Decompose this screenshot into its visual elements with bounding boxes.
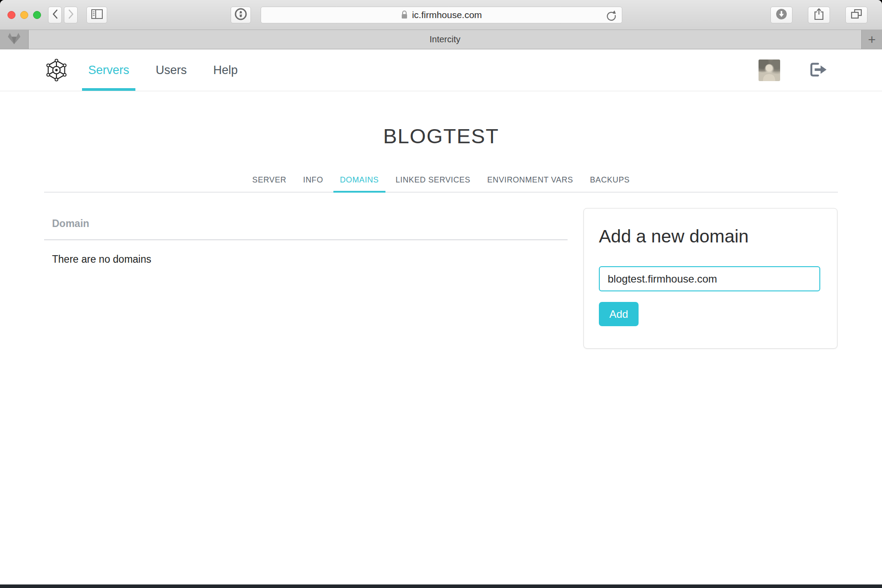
tab-info[interactable]: INFO (295, 175, 331, 192)
active-browser-tab[interactable]: Intercity (29, 30, 861, 49)
browser-toolbar: ic.firmhouse.com (0, 0, 882, 30)
minimize-window-button[interactable] (20, 11, 28, 19)
tabs-overview-icon (850, 8, 863, 22)
domains-list-section: Domain There are no domains (44, 193, 568, 265)
tab-title: Intercity (430, 34, 460, 45)
back-button[interactable] (48, 7, 62, 23)
toolbar-right-group (770, 7, 867, 23)
domains-divider (44, 239, 568, 240)
chevron-left-icon (52, 9, 58, 20)
new-tab-button[interactable]: + (861, 30, 882, 49)
pinned-tab-gitlab[interactable] (0, 30, 29, 49)
app-navbar: Servers Users Help (0, 49, 882, 91)
server-tabs: SERVER INFO DOMAINS LINKED SERVICES ENVI… (44, 175, 838, 193)
nav-item-label: Servers (88, 63, 129, 77)
nav-item-label: Help (213, 63, 238, 77)
sidebar-toggle-button[interactable] (86, 7, 107, 23)
window-controls (7, 11, 41, 19)
tab-server[interactable]: SERVER (244, 175, 295, 192)
url-text: ic.firmhouse.com (412, 10, 482, 20)
user-avatar[interactable] (759, 60, 780, 81)
nav-item-help[interactable]: Help (207, 49, 244, 91)
reload-button[interactable] (605, 9, 617, 23)
intercity-logo-icon[interactable] (44, 57, 69, 83)
lock-icon (401, 10, 408, 19)
domains-column-header: Domain (44, 218, 568, 230)
forward-button[interactable] (64, 7, 78, 23)
logout-button[interactable] (809, 62, 828, 79)
add-domain-button[interactable]: Add (599, 302, 639, 326)
page-title: BLOGTEST (0, 124, 882, 148)
zoom-window-button[interactable] (33, 11, 41, 19)
onepassword-extension-button[interactable] (231, 7, 251, 23)
close-window-button[interactable] (7, 11, 15, 19)
onepassword-icon (234, 7, 247, 22)
add-domain-title: Add a new domain (599, 226, 820, 247)
tab-environment-vars[interactable]: ENVIRONMENT VARS (479, 175, 582, 192)
tab-bar: Intercity + (0, 30, 882, 49)
share-icon (812, 7, 826, 22)
sign-out-icon (809, 62, 828, 79)
plus-icon: + (868, 32, 876, 47)
gitlab-tanuki-icon (7, 32, 21, 47)
domains-empty-message: There are no domains (44, 253, 568, 265)
nav-item-label: Users (156, 63, 187, 77)
domain-input[interactable] (599, 266, 820, 291)
download-icon (775, 8, 788, 22)
show-all-tabs-button[interactable] (845, 7, 867, 23)
tab-domains[interactable]: DOMAINS (332, 175, 387, 192)
share-button[interactable] (808, 7, 830, 23)
add-domain-card: Add a new domain Add (583, 208, 837, 349)
window-bottom-edge (0, 584, 882, 588)
nav-item-users[interactable]: Users (149, 49, 193, 91)
tab-linked-services[interactable]: LINKED SERVICES (387, 175, 479, 192)
refresh-icon (605, 9, 617, 23)
address-bar[interactable]: ic.firmhouse.com (261, 7, 622, 23)
nav-item-servers[interactable]: Servers (82, 49, 135, 91)
safari-window: ic.firmhouse.com (0, 0, 882, 588)
history-buttons (48, 7, 78, 23)
domains-content: Domain There are no domains Add a new do… (0, 193, 882, 349)
sidebar-icon (91, 9, 103, 21)
downloads-button[interactable] (770, 7, 792, 23)
page-content: Servers Users Help BLOGTEST (0, 49, 882, 584)
chevron-right-icon (68, 9, 74, 20)
tab-backups[interactable]: BACKUPS (582, 175, 638, 192)
